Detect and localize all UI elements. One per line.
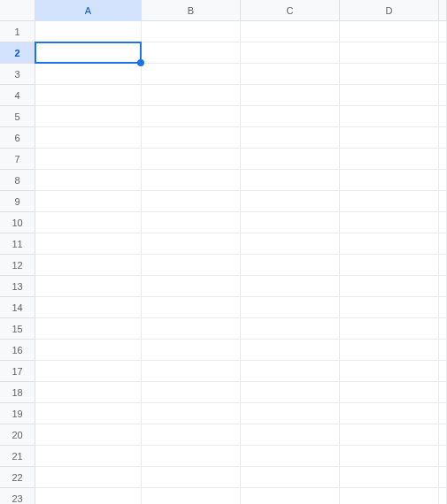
row-header-21[interactable]: 21 [0, 446, 35, 467]
row-header-5[interactable]: 5 [0, 106, 35, 127]
cell-partial[interactable] [439, 382, 447, 403]
cell-d22[interactable] [340, 467, 439, 488]
cell-b12[interactable] [142, 255, 241, 276]
row-header-3[interactable]: 3 [0, 64, 35, 85]
row-header-10[interactable]: 10 [0, 212, 35, 233]
cell-b3[interactable] [142, 64, 241, 85]
cell-d21[interactable] [340, 446, 439, 467]
cell-b17[interactable] [142, 361, 241, 382]
cell-partial[interactable] [439, 318, 447, 340]
cell-a16[interactable] [35, 340, 142, 361]
cell-a13[interactable] [35, 276, 142, 297]
cell-c19[interactable] [241, 403, 340, 424]
cell-c23[interactable] [241, 488, 340, 504]
cell-b21[interactable] [142, 446, 241, 467]
cell-a22[interactable] [35, 467, 142, 488]
cell-c8[interactable] [241, 170, 340, 191]
row-header-18[interactable]: 18 [0, 382, 35, 403]
row-header-9[interactable]: 9 [0, 191, 35, 212]
cell-partial[interactable] [439, 233, 447, 255]
column-header-d[interactable]: D [340, 0, 439, 21]
cell-partial[interactable] [439, 424, 447, 446]
cell-c1[interactable] [241, 21, 340, 42]
cell-partial[interactable] [439, 191, 447, 212]
cell-partial[interactable] [439, 403, 447, 424]
cell-a15[interactable] [35, 318, 142, 340]
cell-partial[interactable] [439, 297, 447, 318]
cell-a7[interactable] [35, 149, 142, 170]
cell-a2[interactable] [35, 42, 142, 64]
select-all-corner[interactable] [0, 0, 35, 21]
row-header-20[interactable]: 20 [0, 424, 35, 446]
cell-partial[interactable] [439, 446, 447, 467]
cell-c10[interactable] [241, 212, 340, 233]
cell-d23[interactable] [340, 488, 439, 504]
row-header-16[interactable]: 16 [0, 340, 35, 361]
cell-c22[interactable] [241, 467, 340, 488]
cell-c17[interactable] [241, 361, 340, 382]
cell-b18[interactable] [142, 382, 241, 403]
cell-a4[interactable] [35, 85, 142, 106]
cell-a6[interactable] [35, 127, 142, 149]
cell-d10[interactable] [340, 212, 439, 233]
row-header-15[interactable]: 15 [0, 318, 35, 340]
cell-c7[interactable] [241, 149, 340, 170]
cell-d17[interactable] [340, 361, 439, 382]
cell-b9[interactable] [142, 191, 241, 212]
cell-a18[interactable] [35, 382, 142, 403]
cell-partial[interactable] [439, 85, 447, 106]
cell-a19[interactable] [35, 403, 142, 424]
cell-d8[interactable] [340, 170, 439, 191]
cell-c20[interactable] [241, 424, 340, 446]
cell-b6[interactable] [142, 127, 241, 149]
cell-b20[interactable] [142, 424, 241, 446]
cell-c11[interactable] [241, 233, 340, 255]
cell-a12[interactable] [35, 255, 142, 276]
cell-a20[interactable] [35, 424, 142, 446]
cell-partial[interactable] [439, 106, 447, 127]
cell-d1[interactable] [340, 21, 439, 42]
cell-b11[interactable] [142, 233, 241, 255]
cell-b22[interactable] [142, 467, 241, 488]
cell-b13[interactable] [142, 276, 241, 297]
cell-partial[interactable] [439, 149, 447, 170]
row-header-22[interactable]: 22 [0, 467, 35, 488]
cell-partial[interactable] [439, 42, 447, 64]
cell-d13[interactable] [340, 276, 439, 297]
cell-d16[interactable] [340, 340, 439, 361]
cell-b1[interactable] [142, 21, 241, 42]
cell-a21[interactable] [35, 446, 142, 467]
cell-d20[interactable] [340, 424, 439, 446]
cell-b8[interactable] [142, 170, 241, 191]
cell-partial[interactable] [439, 361, 447, 382]
cell-d12[interactable] [340, 255, 439, 276]
row-header-6[interactable]: 6 [0, 127, 35, 149]
cell-a3[interactable] [35, 64, 142, 85]
cell-b10[interactable] [142, 212, 241, 233]
cell-partial[interactable] [439, 212, 447, 233]
cell-d9[interactable] [340, 191, 439, 212]
cell-c2[interactable] [241, 42, 340, 64]
column-header-b[interactable]: B [142, 0, 241, 21]
cell-b5[interactable] [142, 106, 241, 127]
cell-d6[interactable] [340, 127, 439, 149]
cell-partial[interactable] [439, 255, 447, 276]
cell-b14[interactable] [142, 297, 241, 318]
cell-a8[interactable] [35, 170, 142, 191]
cell-d5[interactable] [340, 106, 439, 127]
cell-partial[interactable] [439, 21, 447, 42]
cell-d19[interactable] [340, 403, 439, 424]
cell-b19[interactable] [142, 403, 241, 424]
row-header-12[interactable]: 12 [0, 255, 35, 276]
row-header-19[interactable]: 19 [0, 403, 35, 424]
row-header-4[interactable]: 4 [0, 85, 35, 106]
cell-a9[interactable] [35, 191, 142, 212]
cell-c15[interactable] [241, 318, 340, 340]
cell-b2[interactable] [142, 42, 241, 64]
cell-a23[interactable] [35, 488, 142, 504]
cell-partial[interactable] [439, 64, 447, 85]
cell-c12[interactable] [241, 255, 340, 276]
cell-partial[interactable] [439, 276, 447, 297]
cell-c9[interactable] [241, 191, 340, 212]
cell-d15[interactable] [340, 318, 439, 340]
